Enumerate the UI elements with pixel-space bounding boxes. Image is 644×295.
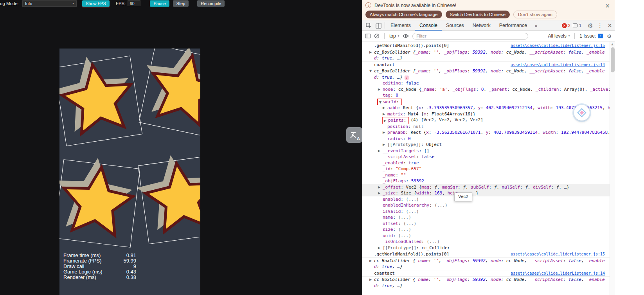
pause-button[interactable]: Pause bbox=[150, 0, 169, 7]
live-expression-eye-icon[interactable] bbox=[403, 34, 409, 38]
console-message[interactable]: ▶cc_BoxCollider {_name: '', _objFlags: 5… bbox=[362, 257, 610, 270]
tab-console[interactable]: Console bbox=[415, 20, 442, 31]
console-message[interactable]: ▶cc_BoxCollider {_name: '', _objFlags: 5… bbox=[362, 49, 610, 61]
switch-to-chinese-button[interactable]: Switch DevTools to Chinese bbox=[446, 11, 510, 18]
recompile-button[interactable]: Recompile bbox=[197, 0, 225, 7]
recently-evaluated-icon: i bbox=[405, 76, 409, 80]
show-fps-button[interactable]: Show FPS bbox=[82, 0, 110, 7]
tab-elements[interactable]: Elements bbox=[386, 20, 415, 31]
match-language-button[interactable]: Always match Chrome's language bbox=[365, 11, 442, 18]
source-link[interactable]: assets\cases\collide…liderListener.js:14 bbox=[511, 62, 605, 68]
infobar-close-icon[interactable]: × bbox=[605, 2, 610, 9]
object-property-row[interactable]: ▼world: bbox=[362, 99, 610, 105]
dont-show-again-button[interactable]: Don't show again bbox=[513, 11, 557, 18]
stat-framerate: Framerate (FPS)59.99 bbox=[63, 258, 136, 264]
expand-arrow-icon[interactable]: ▶ bbox=[378, 86, 382, 93]
inspect-element-icon[interactable] bbox=[364, 20, 374, 31]
expand-arrow-icon[interactable]: ▶ bbox=[369, 258, 374, 264]
console-scrollbar[interactable]: ▲ bbox=[610, 41, 615, 295]
object-property-row: name: (...) bbox=[362, 214, 610, 221]
context-selector[interactable]: top ▾ bbox=[389, 33, 399, 39]
object-property-row[interactable]: ▶[[Prototype]]: cc_Collider bbox=[362, 245, 610, 251]
console-message: assets\cases\collide…liderListener.js:14… bbox=[362, 61, 610, 68]
devtools-language-infobar: i DevTools is now available in Chinese! … bbox=[362, 0, 615, 20]
object-property-row: _enabled: true bbox=[362, 160, 610, 166]
devtools-close-icon[interactable]: × bbox=[605, 20, 615, 31]
expand-arrow-icon[interactable]: ▶ bbox=[384, 118, 388, 124]
chevron-down-icon: ▾ bbox=[568, 34, 570, 38]
filter-input[interactable]: Filter bbox=[412, 33, 528, 40]
translate-extension-button[interactable] bbox=[574, 105, 590, 121]
debug-toolbar: ug Mode: Info ▾ Show FPS FPS: 60 Pause S… bbox=[0, 0, 225, 7]
expand-arrow-icon[interactable]: ▶ bbox=[383, 105, 387, 111]
issues-button[interactable]: 1 Issue: 1 bbox=[579, 33, 603, 39]
issues-count-bubble: 1 bbox=[598, 34, 603, 38]
object-property-row[interactable]: ▶preAabb: Rect {x: -3.562350261671071, y… bbox=[362, 130, 610, 136]
object-property-row[interactable]: ▶__eventTargets: [] bbox=[362, 148, 610, 154]
tab-performance[interactable]: Performance bbox=[495, 20, 532, 31]
expand-arrow-icon[interactable]: ▶ bbox=[378, 148, 382, 154]
extension-logo bbox=[577, 108, 587, 118]
divider bbox=[385, 22, 385, 29]
object-property-row[interactable]: ▶aabb: Rect {x: -3.793535950969357, y: 4… bbox=[362, 105, 610, 111]
expand-arrow-icon[interactable]: ▶ bbox=[383, 130, 387, 136]
object-property-row[interactable]: ▶matrix: Mat4 {m: Float64Array(16)} bbox=[362, 111, 610, 117]
device-toolbar-icon[interactable] bbox=[374, 20, 383, 31]
stat-renderer: Renderer (ms)0.38 bbox=[63, 275, 136, 280]
step-button[interactable]: Step bbox=[173, 0, 189, 7]
object-property-row: radius: 0 bbox=[362, 136, 610, 142]
star-top-right bbox=[135, 49, 200, 138]
console-sidebar-icon[interactable] bbox=[365, 34, 371, 38]
collapse-arrow-icon[interactable]: ▼ bbox=[369, 68, 374, 74]
page-translate-button[interactable]: A bbox=[346, 127, 362, 143]
console-error-badge[interactable]: × 2 bbox=[562, 20, 570, 31]
devtools-settings-icon[interactable]: ⚙ bbox=[585, 20, 595, 31]
console-message-list: assets\cases\collide…liderListener.js:15… bbox=[362, 43, 610, 289]
source-link[interactable]: assets\cases\collide…liderListener.js:15 bbox=[511, 43, 605, 49]
object-property-row: uuid: (...) bbox=[362, 233, 610, 239]
tab-network[interactable]: Network bbox=[468, 20, 495, 31]
object-property-row: editing: false bbox=[362, 80, 610, 86]
source-link[interactable]: assets\cases\collide…liderListener.js:14 bbox=[511, 270, 605, 277]
source-link[interactable]: assets\cases\collide…liderListener.js:15 bbox=[511, 251, 605, 257]
context-value: top bbox=[389, 33, 396, 39]
expand-arrow-icon[interactable]: ▶ bbox=[378, 184, 382, 191]
expand-arrow-icon[interactable]: ▶ bbox=[378, 245, 382, 251]
fps-input[interactable]: 60 bbox=[128, 0, 140, 6]
object-property-row: enabled: (...) bbox=[362, 196, 610, 203]
collapse-arrow-icon[interactable]: ▼ bbox=[379, 99, 383, 105]
expand-arrow-icon[interactable]: ▶ bbox=[369, 49, 374, 56]
tab-sources[interactable]: Sources bbox=[442, 20, 468, 31]
console-message[interactable]: ▶cc_BoxCollider {_name: '', _objFlags: 5… bbox=[362, 276, 610, 289]
game-canvas[interactable]: Frame time (ms)0.81 Framerate (FPS)59.99… bbox=[59, 49, 200, 295]
scrollbar-up-icon[interactable]: ▲ bbox=[610, 41, 615, 47]
console-message-badge[interactable]: 1 bbox=[573, 20, 581, 31]
object-property-row: offset: (...) bbox=[362, 221, 610, 227]
object-property-row[interactable]: ▶_offset: Vec2 {mag: ƒ, magSqr: ƒ, subSe… bbox=[362, 184, 610, 191]
console-settings-icon[interactable]: ⚙ bbox=[607, 33, 612, 39]
empty-area bbox=[615, 0, 644, 295]
devtools-menu-icon[interactable]: ⋮ bbox=[595, 20, 605, 31]
expand-arrow-icon[interactable]: ▶ bbox=[378, 190, 382, 196]
object-property-row[interactable]: ▶_size: Size {width: 169, heig} bbox=[362, 190, 610, 196]
object-property-row[interactable]: ▶points: (4) [Vec2, Vec2, Vec2, Vec2] bbox=[362, 117, 610, 124]
scrollbar-thumb[interactable] bbox=[611, 47, 615, 72]
expand-arrow-icon[interactable]: ▶ bbox=[383, 142, 387, 148]
star-top-left bbox=[59, 50, 142, 147]
expand-arrow-icon[interactable]: ▶ bbox=[369, 277, 374, 283]
object-property-row[interactable]: ▶[[Prototype]]: Object bbox=[362, 142, 610, 148]
clear-console-icon[interactable] bbox=[374, 33, 380, 39]
expand-arrow-icon[interactable]: ▶ bbox=[383, 111, 387, 117]
object-property-row: enabledInHierarchy: (...) bbox=[362, 202, 610, 209]
object-property-row[interactable]: ▶node: cc_Node {_name: 'a', _objFlags: 0… bbox=[362, 86, 610, 93]
filter-placeholder: Filter bbox=[416, 34, 426, 38]
debug-mode-select[interactable]: Info ▾ bbox=[22, 0, 77, 7]
star-bottom-right bbox=[133, 149, 200, 245]
console-message[interactable]: ▼cc_BoxCollider {_name: '', _objFlags: 5… bbox=[362, 68, 610, 80]
object-property-row: _name: "" bbox=[362, 172, 610, 178]
stat-draw-call: Draw call9 bbox=[63, 264, 136, 269]
log-levels-dropdown[interactable]: All levels ▾ bbox=[548, 33, 570, 39]
devtools-panel: i DevTools is now available in Chinese! … bbox=[362, 0, 615, 295]
more-tabs-icon[interactable]: » bbox=[531, 20, 541, 31]
annotation-highlight: ▼world: bbox=[377, 99, 402, 105]
